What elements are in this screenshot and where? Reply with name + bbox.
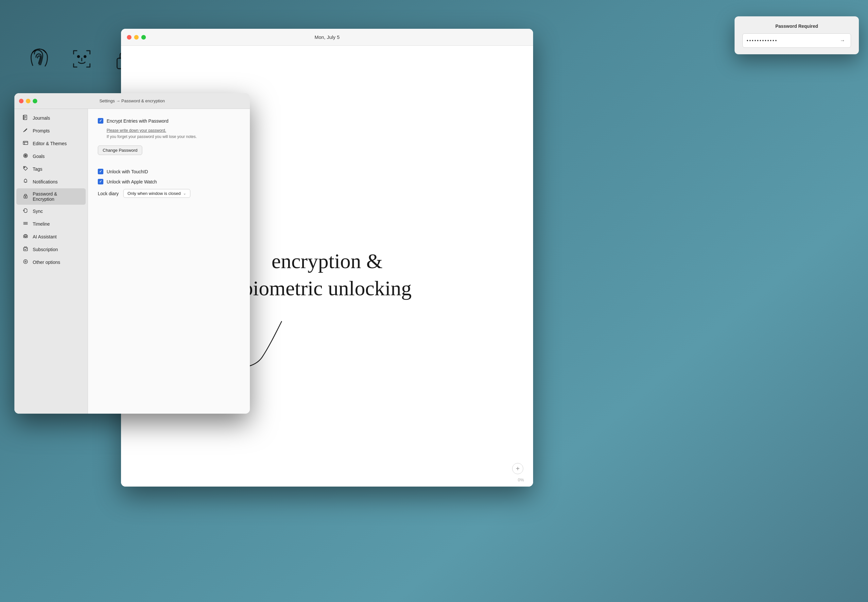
sidebar-item-notifications[interactable]: Notifications [16,176,86,188]
encrypt-entries-label: Encrypt Entries with Password [107,118,169,124]
timeline-icon [22,221,29,227]
tags-icon [22,166,29,172]
handwritten-line2: biometric unlocking [242,275,412,302]
sidebar-other-options-label: Other options [33,260,60,265]
settings-titlebar: Settings → Password & encryption [14,93,250,109]
svg-point-17 [25,155,26,156]
fingerprint-icon [26,46,52,75]
sidebar-item-goals[interactable]: Goals [16,150,86,163]
svg-point-33 [25,261,26,262]
sidebar-item-other-options[interactable]: Other options [16,256,86,269]
main-window-titlebar: Mon, July 5 [121,29,533,46]
svg-point-0 [77,55,80,58]
close-button[interactable] [127,35,132,40]
journals-icon [22,115,29,121]
handwritten-line1: encryption & [242,247,412,275]
other-options-icon [22,259,29,266]
password-popup: Password Required •••••••••••• → [734,16,859,54]
handwritten-content: encryption & biometric unlocking [242,247,412,302]
svg-line-31 [25,249,27,250]
settings-traffic-lights [19,99,37,103]
svg-rect-9 [23,115,24,119]
lock-diary-row: Lock diary Only when window is closed ⌄ [98,189,240,198]
unlock-touchid-label: Unlock with TouchID [107,169,148,174]
notifications-icon [22,178,29,185]
sidebar-notifications-label: Notifications [33,179,58,184]
percent-label: 0% [518,478,524,482]
change-password-button[interactable]: Change Password [98,146,142,155]
sidebar-ai-assistant-label: AI Assistant [33,234,57,240]
popup-title: Password Required [742,23,851,29]
settings-close-button[interactable] [19,99,23,103]
encrypt-entries-row: ✓ Encrypt Entries with Password [98,118,240,124]
svg-point-18 [24,167,25,168]
settings-window: Settings → Password & encryption Journal… [14,93,250,414]
unlock-touchid-checkbox[interactable]: ✓ [98,169,103,174]
sidebar-item-password-encryption[interactable]: Password & Encryption [16,188,86,205]
password-encryption-icon [22,193,29,200]
unlock-touchid-row: ✓ Unlock with TouchID [98,169,240,174]
maximize-button[interactable] [141,35,146,40]
faceid-icon [69,46,95,75]
unlock-apple-watch-row: ✓ Unlock with Apple Watch [98,179,240,184]
sidebar-item-sync[interactable]: Sync [16,205,86,218]
arrow-right-icon: → [840,38,845,43]
sidebar-item-tags[interactable]: Tags [16,163,86,175]
touchid-check-icon: ✓ [99,169,102,174]
sidebar-item-ai-assistant[interactable]: AI Assistant [16,230,86,243]
checkbox-check-icon: ✓ [99,119,102,123]
sidebar-subscription-label: Subscription [33,247,58,252]
lock-diary-option: Only when window is closed [128,191,181,196]
warning-link[interactable]: Please write down your password. [107,128,240,133]
password-submit-button[interactable]: → [838,36,847,45]
svg-rect-12 [23,141,28,144]
password-dots: •••••••••••• [747,38,836,43]
prompts-icon [22,127,29,134]
svg-point-26 [24,236,25,237]
settings-maximize-button[interactable] [33,99,37,103]
password-field-row: •••••••••••• → [742,33,851,48]
editor-themes-icon [22,140,29,147]
plus-icon: + [516,465,520,473]
ai-assistant-icon [22,233,29,240]
sidebar-item-journals[interactable]: Journals [16,112,86,124]
sidebar-timeline-label: Timeline [33,221,50,227]
subscription-icon [22,246,29,253]
warning-text: If you forget your password you will los… [107,134,197,139]
minimize-button[interactable] [134,35,139,40]
svg-rect-29 [23,247,28,251]
settings-body: Journals Prompts [14,109,250,414]
settings-content-pane: ✓ Encrypt Entries with Password Please w… [88,109,250,414]
sidebar-prompts-label: Prompts [33,128,50,134]
sidebar-item-timeline[interactable]: Timeline [16,218,86,230]
sidebar-password-encryption-label: Password & Encryption [33,191,80,202]
calendar-date: Mon, July 5 [315,34,340,40]
settings-minimize-button[interactable] [26,99,31,103]
svg-point-32 [23,260,28,264]
main-traffic-lights [127,35,146,40]
sidebar-editor-themes-label: Editor & Themes [33,141,67,146]
applewatch-check-icon: ✓ [99,180,102,184]
sidebar-item-editor-themes[interactable]: Editor & Themes [16,137,86,150]
bg-icons-container [26,46,137,75]
sidebar-journals-label: Journals [33,115,50,121]
sidebar-item-prompts[interactable]: Prompts [16,124,86,137]
svg-point-21 [25,197,26,197]
lock-diary-dropdown[interactable]: Only when window is closed ⌄ [123,189,190,198]
settings-title: Settings → Password & encryption [100,98,165,103]
sidebar-item-subscription[interactable]: Subscription [16,243,86,256]
svg-point-27 [26,236,26,237]
sync-icon [22,208,29,215]
warning-container: Please write down your password. If you … [107,128,240,140]
unlock-apple-watch-checkbox[interactable]: ✓ [98,179,103,184]
goals-icon [22,153,29,160]
sidebar-goals-label: Goals [33,154,45,159]
svg-point-1 [84,55,86,58]
settings-sidebar: Journals Prompts [14,109,88,414]
sidebar-sync-label: Sync [33,209,43,214]
add-button[interactable]: + [512,463,523,474]
unlock-apple-watch-label: Unlock with Apple Watch [107,179,157,184]
encrypt-entries-checkbox[interactable]: ✓ [98,118,103,124]
sidebar-tags-label: Tags [33,166,43,172]
lock-diary-label: Lock diary [98,191,119,196]
